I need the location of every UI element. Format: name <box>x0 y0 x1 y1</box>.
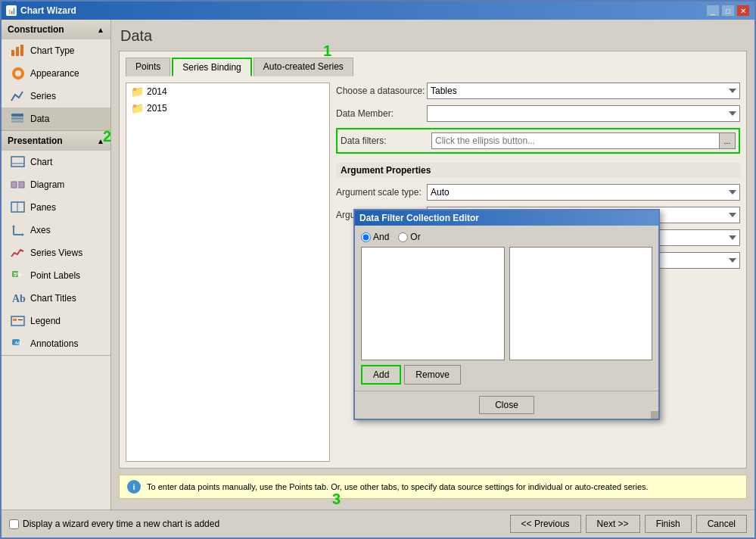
cancel-button[interactable]: Cancel <box>696 515 747 533</box>
filter-list-left[interactable] <box>361 247 505 360</box>
sidebar: Construction ▲ Chart Type <box>2 20 111 509</box>
page-title: Data <box>119 27 747 45</box>
construction-header[interactable]: Construction ▲ <box>2 20 110 39</box>
series-item-2014[interactable]: 📁 2014 <box>126 83 329 100</box>
sidebar-item-chart-type[interactable]: Chart Type <box>2 39 110 62</box>
annotations-svg: Ab <box>11 338 26 350</box>
sidebar-item-series-views[interactable]: Series Views <box>2 241 110 264</box>
sidebar-item-chart[interactable]: Chart <box>2 151 110 173</box>
argument-scale-row: Argument scale type: AutoQualitativeNume… <box>336 184 740 201</box>
tab-auto-created-series[interactable]: Auto-created Series <box>254 58 353 76</box>
chart-pres-svg <box>11 156 26 168</box>
chart-titles-icon: Ab <box>11 291 26 306</box>
sidebar-item-data[interactable]: Data <box>2 107 110 130</box>
radio-or-option[interactable]: Or <box>398 232 420 242</box>
construction-section: Construction ▲ Chart Type <box>2 20 110 131</box>
radio-and-option[interactable]: And <box>361 232 389 242</box>
main-area: Data 1 Points Series Binding Auto-create… <box>111 20 754 509</box>
sidebar-item-legend[interactable]: Legend <box>2 310 110 332</box>
finish-button[interactable]: Finish <box>645 515 692 533</box>
svg-rect-9 <box>19 182 24 188</box>
wizard-checkbox[interactable] <box>9 519 19 529</box>
title-bar-left: 📊 Chart Wizard <box>6 5 76 16</box>
minimize-button[interactable]: _ <box>706 5 720 17</box>
ellipsis-button[interactable]: ... <box>719 132 736 149</box>
panes-svg <box>11 201 26 213</box>
appearance-label: Appearance <box>30 68 79 79</box>
series-views-icon <box>11 245 26 260</box>
data-member-label: Data Member: <box>336 108 427 119</box>
data-filters-input[interactable] <box>431 132 719 149</box>
svg-text:Ab: Ab <box>12 293 26 304</box>
axes-icon <box>11 223 26 238</box>
sidebar-item-panes[interactable]: Panes <box>2 196 110 219</box>
close-button[interactable]: ✕ <box>736 5 750 17</box>
legend-label: Legend <box>30 316 61 326</box>
svg-rect-4 <box>11 117 23 120</box>
add-filter-button[interactable]: Add <box>361 365 401 385</box>
folder-icon-2014: 📁 <box>131 86 144 98</box>
info-icon: i <box>127 480 141 494</box>
radio-and-input[interactable] <box>361 232 371 242</box>
appearance-icon <box>11 66 26 81</box>
chart-type-svg <box>11 44 26 58</box>
axes-label: Axes <box>30 225 51 235</box>
dialog-title-bar: Data Filter Collection Editor <box>355 210 658 226</box>
chart-label: Chart <box>30 157 52 167</box>
presentation-header[interactable]: Presentation ▲ <box>2 131 110 151</box>
tab-points[interactable]: Points <box>126 58 170 76</box>
dialog-content: And Or 3 <box>355 226 658 391</box>
dialog-radio-row: And Or <box>361 232 652 242</box>
next-button[interactable]: Next >> <box>586 515 640 533</box>
data-filters-label: Data filters: <box>341 136 431 146</box>
sidebar-item-appearance[interactable]: Appearance <box>2 62 110 85</box>
sidebar-item-chart-titles[interactable]: Ab Chart Titles <box>2 287 110 310</box>
dialog-resize-handle[interactable] <box>651 411 658 419</box>
maximize-button[interactable]: □ <box>721 5 735 17</box>
prev-button[interactable]: << Previous <box>510 515 581 533</box>
tab-bar: Points Series Binding Auto-created Serie… <box>126 58 740 76</box>
folder-icon-2015: 📁 <box>131 102 144 114</box>
tab-series-binding[interactable]: Series Binding <box>172 58 251 76</box>
presentation-label: Presentation <box>8 136 63 146</box>
svg-rect-2 <box>20 45 23 56</box>
panes-label: Panes <box>30 202 56 213</box>
step-1-label: 1 <box>323 42 331 60</box>
chart-type-icon <box>11 43 26 58</box>
series-2015-label: 2015 <box>147 103 167 114</box>
datasource-select[interactable]: Tables <box>427 83 740 99</box>
filter-list-right[interactable] <box>509 247 653 360</box>
panes-icon <box>11 200 26 215</box>
bottom-right: << Previous Next >> Finish Cancel <box>510 515 747 533</box>
point-labels-label: Point Labels <box>30 270 80 281</box>
svg-rect-8 <box>11 182 17 188</box>
sidebar-item-annotations[interactable]: Ab Annotations <box>2 332 110 355</box>
point-labels-icon: 5% <box>11 268 26 283</box>
radio-or-input[interactable] <box>398 232 408 242</box>
chart-icon <box>11 154 26 170</box>
diagram-label: Diagram <box>30 179 64 190</box>
sidebar-item-series[interactable]: Series <box>2 85 110 107</box>
title-bar: 📊 Chart Wizard _ □ ✕ <box>2 2 754 20</box>
remove-filter-button[interactable]: Remove <box>404 365 461 385</box>
window-title: Chart Wizard <box>20 5 76 16</box>
argument-scale-select[interactable]: AutoQualitativeNumericalDateTime <box>427 184 740 201</box>
construction-label: Construction <box>8 24 64 35</box>
sidebar-item-point-labels[interactable]: 5% Point Labels <box>2 264 110 287</box>
svg-rect-3 <box>11 114 23 117</box>
dialog-title: Data Filter Collection Editor <box>359 213 479 223</box>
sidebar-item-diagram[interactable]: Diagram <box>2 173 110 196</box>
data-member-row: Data Member: <box>336 105 740 122</box>
radio-or-label: Or <box>410 232 420 242</box>
data-member-select[interactable] <box>427 105 740 122</box>
step-3-label: 3 <box>332 491 341 508</box>
wizard-checkbox-label: Display a wizard every time a new chart … <box>23 519 219 529</box>
sidebar-item-axes[interactable]: Axes <box>2 219 110 241</box>
data-label: Data <box>30 114 49 124</box>
data-svg <box>11 113 26 125</box>
info-bar: i To enter data points manually, use the… <box>119 475 747 499</box>
series-item-2015[interactable]: 📁 2015 <box>126 100 329 117</box>
info-text: To enter data points manually, use the P… <box>147 482 649 491</box>
app-icon: 📊 <box>6 5 17 16</box>
close-dialog-button[interactable]: Close <box>479 396 534 414</box>
